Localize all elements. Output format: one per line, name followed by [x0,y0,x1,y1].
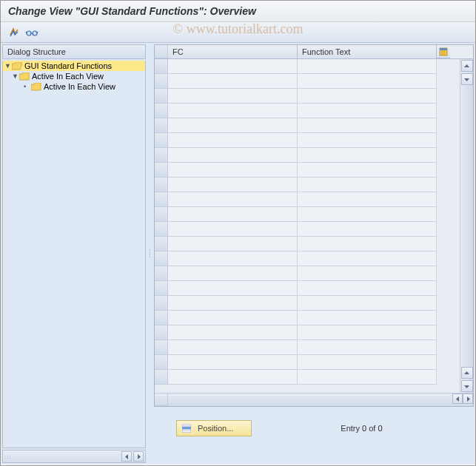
row-selector[interactable] [155,281,168,296]
table-vscrollbar[interactable] [460,59,473,393]
table-row[interactable] [155,118,460,133]
scroll-up-button-bottom[interactable] [461,367,473,379]
cell-fc[interactable] [168,281,298,296]
row-selector[interactable] [155,163,168,178]
table-row[interactable] [155,133,460,148]
row-selector[interactable] [155,222,168,237]
position-button[interactable]: Position... [176,420,252,436]
row-selector[interactable] [155,192,168,207]
row-selector[interactable] [155,251,168,266]
cell-function-text[interactable] [298,74,437,89]
row-selector[interactable] [155,340,168,355]
cell-function-text[interactable] [298,133,437,148]
row-selector[interactable] [155,104,168,118]
cell-function-text[interactable] [298,89,437,104]
cell-fc[interactable] [168,207,298,222]
row-selector[interactable] [155,325,168,340]
row-selector[interactable] [155,266,168,281]
cell-fc[interactable] [168,59,298,74]
scroll-right-button[interactable] [133,451,144,462]
cell-fc[interactable] [168,192,298,207]
row-selector[interactable] [155,237,168,251]
row-selector[interactable] [155,74,168,89]
column-header-fc[interactable]: FC [168,45,298,58]
row-selector[interactable] [155,118,168,133]
cell-fc[interactable] [168,296,298,311]
cell-fc[interactable] [168,74,298,89]
cell-function-text[interactable] [298,266,437,281]
table-row[interactable] [155,296,460,311]
cell-function-text[interactable] [298,325,437,340]
scroll-up-button[interactable] [461,60,473,72]
cell-function-text[interactable] [298,148,437,163]
cell-function-text[interactable] [298,118,437,133]
cell-function-text[interactable] [298,237,437,251]
cell-fc[interactable] [168,104,298,118]
sidebar-hscrollbar[interactable]: ::: [2,450,146,463]
row-selector[interactable] [155,207,168,222]
table-row[interactable] [155,148,460,163]
scroll-left-button[interactable] [121,451,132,462]
cell-function-text[interactable] [298,340,437,355]
cell-fc[interactable] [168,133,298,148]
row-selector[interactable] [155,59,168,74]
display-button[interactable] [24,25,39,40]
cell-fc[interactable] [168,311,298,325]
cell-function-text[interactable] [298,192,437,207]
scroll-left-button[interactable] [452,394,463,404]
cell-fc[interactable] [168,370,298,385]
cell-fc[interactable] [168,148,298,163]
table-row[interactable] [155,207,460,222]
cell-function-text[interactable] [298,251,437,266]
cell-fc[interactable] [168,237,298,251]
cell-function-text[interactable] [298,222,437,237]
row-selector[interactable] [155,296,168,311]
cell-function-text[interactable] [298,370,437,385]
scroll-track[interactable] [460,86,473,366]
cell-function-text[interactable] [298,207,437,222]
cell-function-text[interactable] [298,163,437,178]
row-selector[interactable] [155,148,168,163]
scroll-down-button-bottom[interactable] [461,380,473,392]
table-row[interactable] [155,192,460,207]
cell-function-text[interactable] [298,178,437,192]
table-row[interactable] [155,104,460,118]
cell-function-text[interactable] [298,311,437,325]
cell-fc[interactable] [168,118,298,133]
table-row[interactable] [155,266,460,281]
cell-function-text[interactable] [298,281,437,296]
select-all-corner[interactable] [155,45,168,58]
table-row[interactable] [155,178,460,192]
cell-function-text[interactable] [298,104,437,118]
table-row[interactable] [155,222,460,237]
column-header-function-text[interactable]: Function Text [298,45,437,58]
row-selector[interactable] [155,355,168,370]
cell-fc[interactable] [168,163,298,178]
row-selector[interactable] [155,178,168,192]
cell-function-text[interactable] [298,59,437,74]
cell-fc[interactable] [168,251,298,266]
table-row[interactable] [155,59,460,74]
tree-node-active-in-each-view[interactable]: ▼ Active In Each View [3,71,145,81]
table-hscrollbar[interactable] [155,393,473,406]
cell-fc[interactable] [168,222,298,237]
table-row[interactable] [155,340,460,355]
row-selector[interactable] [155,311,168,325]
cell-fc[interactable] [168,325,298,340]
table-row[interactable] [155,355,460,370]
cell-fc[interactable] [168,340,298,355]
splitter-handle[interactable]: ●●●● [147,43,152,465]
tree-node-gui-standard-functions[interactable]: ▼ GUI Standard Functions [3,61,145,71]
scroll-down-button[interactable] [461,73,473,85]
row-selector[interactable] [155,370,168,385]
table-settings-button[interactable] [437,45,450,58]
cell-function-text[interactable] [298,296,437,311]
table-row[interactable] [155,370,460,385]
table-row[interactable] [155,163,460,178]
cell-fc[interactable] [168,89,298,104]
row-selector[interactable] [155,133,168,148]
table-row[interactable] [155,325,460,340]
hscroll-track[interactable] [168,394,452,406]
scroll-right-button[interactable] [463,394,473,404]
table-row[interactable] [155,237,460,251]
